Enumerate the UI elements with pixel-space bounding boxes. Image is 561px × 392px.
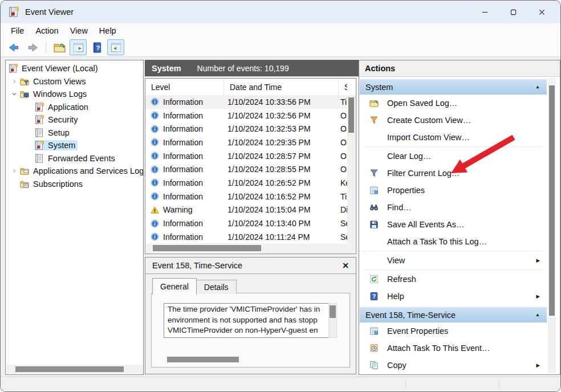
table-row[interactable]: Warning1/10/2024 10:15:04 PMDis (145, 203, 347, 217)
event-viewer-icon (9, 64, 18, 73)
table-row[interactable]: Information1/10/2024 10:13:40 PMSer (145, 217, 347, 230)
list-scroll-corner (347, 243, 355, 253)
column-header-sou[interactable]: Sou (339, 79, 347, 95)
description-hscroll-thumb[interactable] (167, 357, 239, 362)
table-row[interactable]: Information1/10/2024 10:28:57 PMOE (145, 149, 347, 163)
list-hscroll-thumb[interactable] (153, 245, 261, 251)
action-create-custom-view[interactable]: Create Custom View… (360, 112, 547, 129)
action-event-properties[interactable]: Event Properties (360, 322, 547, 340)
action-refresh[interactable]: Refresh (360, 271, 547, 288)
action-properties[interactable]: Properties (360, 182, 547, 199)
chevron-right-icon[interactable] (9, 168, 19, 174)
tab-general[interactable]: General (152, 278, 197, 295)
action-save-all-events-as[interactable]: Save All Events As… (360, 216, 547, 233)
source-cell: OE (336, 165, 347, 174)
datetime-cell: 1/10/2024 10:11:24 PM (223, 232, 336, 242)
menu-help[interactable]: Help (93, 26, 122, 35)
actions-vertical-scrollbar[interactable] (548, 78, 556, 373)
back-button[interactable] (5, 39, 22, 55)
chevron-down-icon[interactable] (9, 92, 19, 96)
action-separator (363, 251, 543, 251)
list-horizontal-scrollbar[interactable] (146, 243, 347, 253)
table-row[interactable]: Information1/10/2024 10:29:35 PMOE (145, 136, 347, 149)
action-help[interactable]: ?Help▶ (360, 288, 547, 305)
collapse-icon[interactable]: ▲ (535, 312, 540, 317)
source-cell: Tin (336, 192, 347, 201)
action-label: View (387, 256, 405, 265)
source-cell: Ser (336, 232, 347, 242)
datetime-cell: 1/10/2024 10:28:55 PM (223, 165, 336, 174)
action-copy[interactable]: Copy▶ (360, 357, 547, 374)
action-attach-task-to-this-event[interactable]: Attach Task To This Event… (360, 340, 547, 357)
action-clear-log[interactable]: Clear Log… (360, 148, 547, 165)
tree-item-inner: Security (34, 115, 80, 125)
action-label: Copy (387, 361, 406, 370)
action-section-system[interactable]: System▲ (360, 79, 547, 95)
console-tree-icon (72, 42, 84, 54)
tree-item-application[interactable]: Application (6, 101, 143, 114)
tree-item-security[interactable]: Security (6, 113, 143, 126)
table-row[interactable]: Information1/10/2024 10:28:55 PMOE (145, 162, 347, 176)
action-find[interactable]: Find… (360, 199, 547, 216)
open-saved-log-button[interactable] (51, 39, 68, 55)
tree-horizontal-scrollbar[interactable] (6, 365, 143, 374)
description-vscroll-thumb[interactable] (330, 305, 336, 318)
table-row[interactable]: Information1/10/2024 10:32:56 PMOE (145, 109, 347, 122)
tree-item-applications-and-services-log[interactable]: Applications and Services Log (6, 165, 143, 178)
funnel-icon (369, 169, 380, 178)
tab-details[interactable]: Details (197, 280, 237, 294)
tree-item-subscriptions[interactable]: Subscriptions (6, 178, 143, 191)
log-title: System (152, 64, 181, 73)
statusbar-divider (405, 380, 406, 390)
log-alert-icon (35, 141, 44, 150)
tree-item-inner: Forwarded Events (34, 153, 117, 164)
action-section-event-158-time-service[interactable]: Event 158, Time-Service▲ (360, 307, 547, 322)
show-hide-console-tree-button[interactable] (70, 39, 87, 55)
table-row[interactable]: Information1/10/2024 10:16:52 PMTin (145, 190, 347, 203)
tree-item-setup[interactable]: Setup (6, 126, 143, 140)
info-icon (151, 165, 159, 174)
menu-file[interactable]: File (5, 26, 30, 35)
open-folder-icon (369, 99, 380, 108)
chevron-right-icon[interactable] (9, 79, 19, 84)
close-preview-icon[interactable]: ✕ (342, 261, 349, 270)
list-vertical-scrollbar[interactable] (347, 95, 355, 243)
minimize-button[interactable] (470, 1, 499, 23)
tree-item-system[interactable]: System (6, 139, 143, 152)
info-icon (151, 178, 159, 187)
column-header-level[interactable]: Level (145, 79, 224, 95)
maximize-button[interactable] (499, 1, 527, 23)
help-button[interactable]: ? (88, 39, 105, 55)
action-import-custom-view[interactable]: Import Custom View… (360, 129, 547, 146)
collapse-icon[interactable]: ▲ (535, 84, 540, 89)
statusbar (1, 377, 560, 392)
toolbar: ? (1, 38, 560, 57)
table-row[interactable]: Information1/10/2024 10:32:53 PMOE (145, 122, 347, 136)
forward-button[interactable] (24, 39, 41, 55)
actions-vscroll-thumb[interactable] (549, 85, 555, 316)
tree-item-event-viewer-local[interactable]: Event Viewer (Local) (6, 62, 143, 75)
save-icon (369, 220, 380, 229)
description-vertical-scrollbar[interactable] (328, 303, 337, 338)
close-button[interactable] (527, 1, 556, 23)
tree-item-custom-views[interactable]: Custom Views (6, 75, 143, 88)
menu-view[interactable]: View (64, 26, 93, 35)
table-row[interactable]: Information1/10/2024 10:26:52 PMKer (145, 176, 347, 190)
tree-hscroll-thumb[interactable] (15, 366, 124, 372)
action-attach-a-task-to-this-log[interactable]: Attach a Task To this Log… (360, 233, 547, 250)
tree-item-label: Applications and Services Log (33, 166, 143, 175)
list-vscroll-thumb[interactable] (348, 97, 354, 133)
table-row[interactable]: Information1/10/2024 10:33:56 PMTin (145, 95, 347, 109)
preview-title: Event 158, Time-Service (152, 261, 242, 270)
menu-action[interactable]: Action (30, 26, 64, 35)
action-view[interactable]: View▶ (360, 252, 547, 269)
show-hide-action-pane-button[interactable] (107, 39, 124, 55)
svg-text:?: ? (372, 293, 376, 300)
tree-item-windows-logs[interactable]: Windows Logs (6, 88, 143, 101)
action-filter-current-log[interactable]: Filter Current Log… (360, 165, 547, 182)
column-header-date-and-time[interactable]: Date and Time (224, 79, 339, 95)
action-open-saved-log[interactable]: Open Saved Log… (360, 95, 547, 112)
table-row[interactable]: Information1/10/2024 10:11:24 PMSer (145, 230, 347, 243)
refresh-icon (369, 275, 380, 284)
tree-item-forwarded-events[interactable]: Forwarded Events (6, 152, 143, 165)
